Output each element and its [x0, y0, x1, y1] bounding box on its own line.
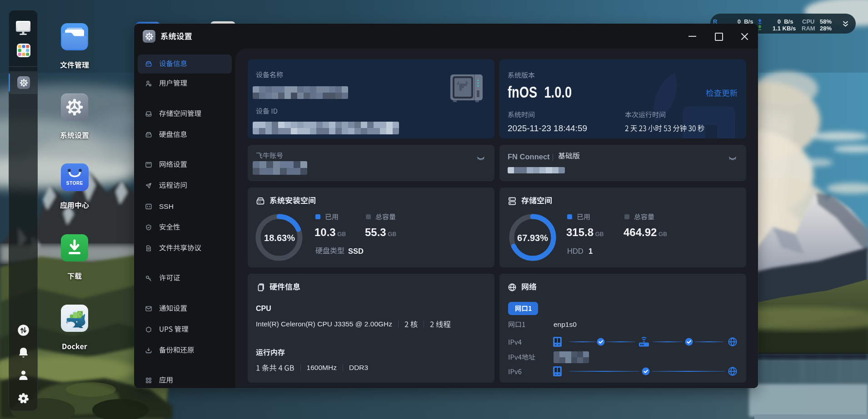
- svg-text:STORE: STORE: [66, 181, 83, 186]
